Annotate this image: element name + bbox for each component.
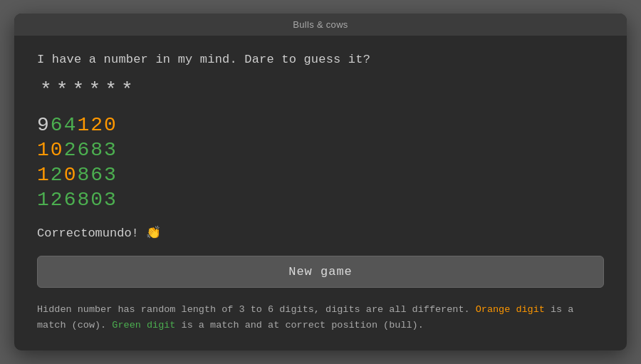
footer-part1: Hidden number has random length of 3 to … [37, 304, 476, 315]
guess-digit: 8 [77, 189, 90, 211]
guess-digit: 4 [64, 114, 78, 136]
guess-digit: 6 [77, 139, 90, 161]
guess-row: 964120 [37, 114, 604, 136]
main-content: I have a number in my mind. Dare to gues… [14, 36, 627, 350]
guess-row: 126803 [37, 189, 604, 211]
guess-digit: 0 [51, 139, 64, 161]
correctomundo-text: Correctomundo! 👏 [37, 225, 604, 240]
footer-part3: is a match and at correct position (bull… [175, 320, 423, 331]
guess-digit: 3 [104, 189, 118, 211]
footer-orange: Orange digit [476, 304, 545, 315]
guess-digit: 2 [64, 139, 78, 161]
intro-text: I have a number in my mind. Dare to gues… [37, 53, 604, 66]
guess-digit: 3 [104, 139, 118, 161]
guess-digit: 2 [90, 114, 104, 136]
guess-row: 102683 [37, 139, 604, 161]
new-game-button[interactable]: New game [37, 256, 604, 288]
title-bar: Bulls & cows [14, 14, 627, 36]
hidden-number: ****** [40, 79, 604, 101]
window-title: Bulls & cows [293, 19, 348, 30]
guess-digit: 0 [64, 164, 78, 186]
footer-text: Hidden number has random length of 3 to … [37, 302, 604, 333]
guess-digit: 8 [77, 164, 90, 186]
guess-digit: 6 [64, 189, 78, 211]
guess-digit: 9 [37, 114, 51, 136]
guess-digit: 1 [77, 114, 90, 136]
guess-digit: 0 [90, 189, 104, 211]
guess-digit: 3 [104, 164, 118, 186]
guess-digit: 1 [37, 139, 51, 161]
guess-digit: 6 [90, 164, 104, 186]
guess-row: 120863 [37, 164, 604, 186]
guess-digit: 6 [51, 114, 64, 136]
guess-digit: 1 [37, 189, 51, 211]
guesses-list: 964120 102683 120863 126803 [37, 114, 604, 211]
guess-digit: 0 [104, 114, 118, 136]
footer-green: Green digit [112, 320, 175, 331]
app-window: Bulls & cows I have a number in my mind.… [14, 14, 627, 350]
guess-digit: 8 [90, 139, 104, 161]
guess-digit: 2 [51, 164, 64, 186]
guess-digit: 2 [51, 189, 64, 211]
guess-digit: 1 [37, 164, 51, 186]
